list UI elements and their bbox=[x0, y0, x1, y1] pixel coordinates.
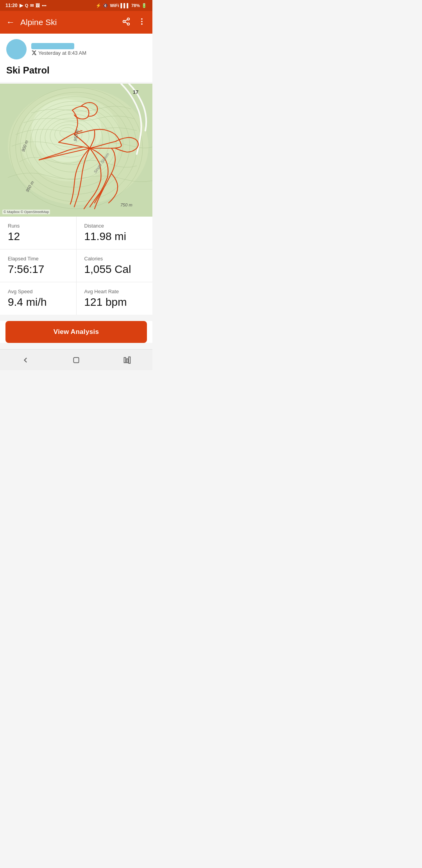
stat-elapsed-value: 7:56:17 bbox=[8, 263, 68, 276]
map-container: 900 m 950 m 950 m 750 m 17 Single Slalom… bbox=[0, 84, 152, 217]
username-blur bbox=[31, 43, 74, 49]
elevation-label-750: 750 m bbox=[120, 203, 132, 207]
stat-speed: Avg Speed 9.4 mi/h bbox=[0, 282, 77, 315]
stats-row-3: Avg Speed 9.4 mi/h Avg Heart Rate 121 bp… bbox=[0, 282, 152, 315]
map-attribution: © Mapbox © OpenStreetMap bbox=[2, 210, 50, 214]
stat-distance: Distance 11.98 mi bbox=[77, 217, 153, 249]
q-icon: Q bbox=[25, 3, 29, 8]
mute-icon: 🔇 bbox=[103, 3, 108, 8]
time-display: 11:20 bbox=[5, 3, 18, 8]
cta-section: View Analysis bbox=[0, 321, 152, 343]
svg-point-6 bbox=[141, 21, 143, 22]
post-time: Yesterday at 8:43 AM bbox=[31, 50, 86, 56]
activity-card: Yesterday at 8:43 AM Ski Patrol bbox=[0, 34, 152, 82]
status-right: ⚡ 🔇 WiFi ▌▌▌ 78% 🔋 bbox=[96, 3, 147, 8]
stat-calories: Calories 1,055 Cal bbox=[77, 249, 153, 282]
dots-icon: ••• bbox=[42, 3, 46, 8]
svg-rect-23 bbox=[73, 357, 79, 362]
stat-runs-label: Runs bbox=[8, 223, 68, 229]
x-social-icon bbox=[31, 50, 37, 56]
svg-line-3 bbox=[125, 22, 127, 23]
wifi-icon: WiFi bbox=[110, 3, 119, 8]
toolbar-icons bbox=[122, 17, 146, 28]
play-icon: ▶ bbox=[20, 3, 23, 8]
svg-rect-24 bbox=[124, 357, 126, 362]
stats-container: Runs 12 Distance 11.98 mi Elapsed Time 7… bbox=[0, 217, 152, 315]
post-time-text: Yesterday at 8:43 AM bbox=[38, 50, 86, 56]
stats-row-2: Elapsed Time 7:56:17 Calories 1,055 Cal bbox=[0, 249, 152, 282]
battery-display: 78% bbox=[131, 3, 140, 8]
map-marker-17: 17 bbox=[133, 89, 138, 95]
stat-runs: Runs 12 bbox=[0, 217, 77, 249]
back-button[interactable]: ← bbox=[6, 18, 15, 27]
view-analysis-button[interactable]: View Analysis bbox=[5, 321, 147, 343]
signal-icon: ▌▌▌ bbox=[121, 3, 130, 8]
svg-rect-26 bbox=[129, 357, 130, 363]
battery-icon: 🔋 bbox=[141, 3, 147, 8]
nav-bar bbox=[0, 349, 152, 370]
user-info: Yesterday at 8:43 AM bbox=[0, 34, 152, 63]
nav-recent-button[interactable] bbox=[115, 352, 139, 368]
stats-row-1: Runs 12 Distance 11.98 mi bbox=[0, 217, 152, 249]
image-icon: 🖼 bbox=[36, 3, 40, 8]
stat-elapsed-label: Elapsed Time bbox=[8, 256, 68, 262]
stat-distance-label: Distance bbox=[84, 223, 145, 229]
stat-speed-value: 9.4 mi/h bbox=[8, 296, 68, 308]
stat-elapsed: Elapsed Time 7:56:17 bbox=[0, 249, 77, 282]
svg-point-7 bbox=[141, 23, 143, 25]
toolbar: ← Alpine Ski bbox=[0, 11, 152, 34]
stat-distance-value: 11.98 mi bbox=[84, 230, 145, 243]
status-left: 11:20 ▶ Q ✉ 🖼 ••• bbox=[5, 3, 46, 8]
svg-point-5 bbox=[141, 18, 143, 20]
mail-icon: ✉ bbox=[30, 3, 34, 8]
stat-calories-label: Calories bbox=[84, 256, 145, 262]
stat-heart-rate-value: 121 bpm bbox=[84, 296, 145, 308]
svg-rect-25 bbox=[126, 359, 128, 362]
stat-speed-label: Avg Speed bbox=[8, 289, 68, 294]
more-button[interactable] bbox=[138, 17, 146, 28]
toolbar-title: Alpine Ski bbox=[20, 18, 122, 27]
stat-calories-value: 1,055 Cal bbox=[84, 263, 145, 276]
avatar bbox=[6, 39, 27, 59]
share-button[interactable] bbox=[122, 17, 131, 28]
nav-back-button[interactable] bbox=[14, 352, 37, 368]
svg-line-4 bbox=[125, 19, 127, 21]
nav-home-button[interactable] bbox=[64, 352, 88, 368]
stat-heart-rate: Avg Heart Rate 121 bpm bbox=[77, 282, 153, 315]
bluetooth-icon: ⚡ bbox=[96, 3, 101, 8]
stat-runs-value: 12 bbox=[8, 230, 68, 243]
map-svg: 900 m 950 m 950 m 750 m 17 Single Slalom bbox=[0, 84, 152, 217]
stat-heart-rate-label: Avg Heart Rate bbox=[84, 289, 145, 294]
activity-title: Ski Patrol bbox=[0, 63, 152, 82]
user-meta: Yesterday at 8:43 AM bbox=[31, 43, 86, 56]
status-bar: 11:20 ▶ Q ✉ 🖼 ••• ⚡ 🔇 WiFi ▌▌▌ 78% 🔋 bbox=[0, 0, 152, 11]
